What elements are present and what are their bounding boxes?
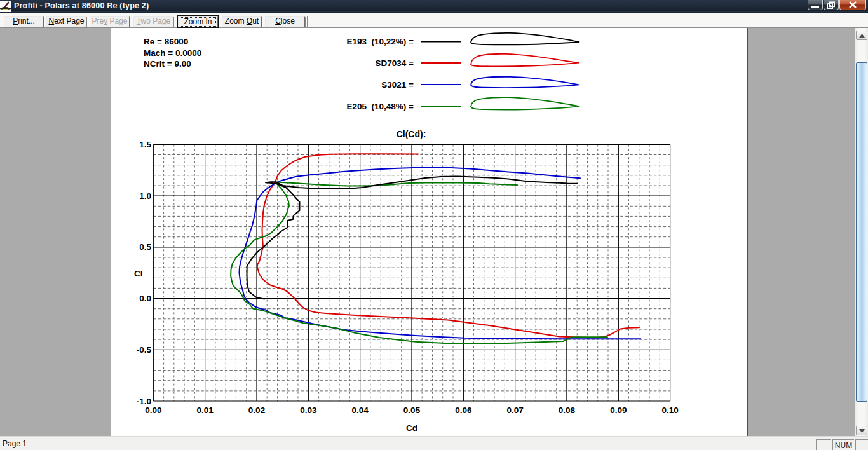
svg-text:-1.0: -1.0 [137,397,151,406]
svg-text:-0.5: -0.5 [137,345,152,355]
svg-text:1.5: 1.5 [139,140,151,149]
svg-text:E193 (10,22%) =: E193 (10,22%) = [347,37,414,46]
svg-text:Cl(Cd):: Cl(Cd): [397,129,426,139]
svg-text:0.02: 0.02 [248,406,265,415]
svg-text:0.04: 0.04 [351,406,369,415]
svg-text:0.03: 0.03 [300,406,317,415]
svg-text:0.07: 0.07 [506,406,523,415]
svg-text:0.09: 0.09 [610,406,627,415]
svg-text:0.5: 0.5 [139,242,151,252]
svg-text:Mach = 0.0000: Mach = 0.0000 [144,48,201,58]
svg-text:0.05: 0.05 [403,406,421,415]
svg-text:0.00: 0.00 [145,406,161,415]
svg-text:S3021 =: S3021 = [381,80,414,90]
svg-text:1.0: 1.0 [139,191,151,201]
svg-text:SD7034 =: SD7034 = [376,58,414,68]
svg-text:0.08: 0.08 [559,406,576,415]
svg-text:0.01: 0.01 [196,406,214,415]
svg-text:Cd: Cd [406,423,417,433]
svg-text:E205 (10,48%) =: E205 (10,48%) = [347,102,414,111]
svg-text:Re = 86000: Re = 86000 [144,37,188,46]
svg-text:Cl: Cl [134,269,143,278]
svg-text:0.10: 0.10 [661,406,678,415]
svg-text:0.06: 0.06 [455,406,472,415]
svg-text:NCrit = 9.00: NCrit = 9.00 [144,59,191,69]
svg-text:0.0: 0.0 [139,294,151,303]
